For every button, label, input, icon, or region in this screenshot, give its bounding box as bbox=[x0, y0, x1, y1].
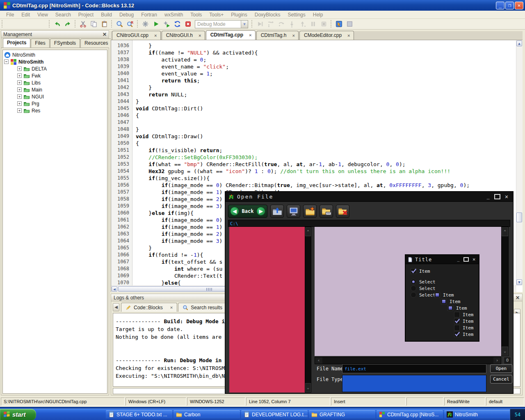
menu-tools[interactable]: Tools bbox=[187, 11, 205, 18]
file-list-hscrollbar[interactable]: ‹ › bbox=[315, 357, 501, 364]
tree-item-res[interactable]: +Res bbox=[4, 107, 107, 114]
scroll-up-icon[interactable]: ⌃ bbox=[305, 227, 311, 236]
build-target-combo[interactable]: Debug Mode▼ bbox=[195, 20, 248, 28]
scroll-left-icon[interactable]: ‹ bbox=[315, 357, 322, 364]
computer-button[interactable] bbox=[287, 205, 300, 218]
checkbox-icon[interactable] bbox=[454, 312, 460, 317]
toggle-icon[interactable] bbox=[447, 305, 453, 311]
forward-arrow-icon[interactable]: ▶ bbox=[256, 207, 265, 216]
dialog-left-panel[interactable] bbox=[229, 227, 305, 393]
tab-fsymbols[interactable]: FSymbols bbox=[50, 39, 80, 48]
file-list-scrollbar[interactable]: ⌃ ⌄ bbox=[501, 227, 509, 356]
address-bar[interactable]: C:\ bbox=[228, 220, 510, 227]
radio-icon[interactable] bbox=[411, 285, 416, 291]
toolbar-grip[interactable] bbox=[74, 20, 77, 28]
editor-tab-cnitrogui.h[interactable]: CNitroGUI.h✕ bbox=[162, 31, 205, 40]
preview-radio-item[interactable]: Select bbox=[411, 279, 436, 285]
tab-close-icon[interactable]: ✕ bbox=[199, 33, 201, 38]
close-button[interactable]: ✕ bbox=[515, 2, 523, 9]
preview-radio-item[interactable]: Select bbox=[411, 292, 436, 298]
checkbox-icon[interactable] bbox=[411, 268, 416, 274]
undo-button[interactable] bbox=[52, 20, 62, 29]
tree-item-ngui[interactable]: +NGUI bbox=[4, 93, 107, 100]
save-button[interactable] bbox=[26, 20, 36, 29]
preview-check-item[interactable]: Item bbox=[454, 312, 474, 317]
menu-project[interactable]: Project bbox=[75, 11, 97, 18]
preview-square-item[interactable]: Item bbox=[434, 292, 454, 298]
redo-button[interactable] bbox=[63, 20, 73, 29]
editor-tab-cnitrogui.cpp[interactable]: CNitroGUI.cpp✕ bbox=[112, 31, 161, 40]
copy-button[interactable] bbox=[89, 20, 98, 29]
preview-radio-item[interactable]: Select bbox=[411, 285, 436, 291]
scroll-down-icon[interactable]: ⌄ bbox=[305, 383, 311, 392]
wxsmith-button[interactable] bbox=[334, 20, 344, 29]
menu-search[interactable]: Search bbox=[52, 11, 75, 18]
restore-button[interactable]: ❐ bbox=[505, 2, 514, 9]
preview-minimize-icon[interactable]: _ bbox=[455, 257, 461, 262]
next-line-button[interactable] bbox=[276, 20, 286, 29]
find-button[interactable] bbox=[114, 20, 124, 29]
menu-settings[interactable]: Settings bbox=[284, 11, 309, 18]
scroll-up-icon[interactable]: ⌃ bbox=[502, 227, 508, 236]
block-button[interactable] bbox=[345, 20, 354, 29]
expand-icon[interactable]: + bbox=[17, 80, 22, 85]
scroll-right-icon[interactable]: › bbox=[493, 357, 501, 364]
folder-new-button[interactable] bbox=[303, 205, 317, 218]
taskbar-button-carbon[interactable]: Carbon bbox=[173, 410, 240, 419]
checkbox-icon[interactable] bbox=[454, 331, 460, 337]
toolbar-grip[interactable] bbox=[330, 20, 333, 28]
debug-continue-button[interactable] bbox=[255, 20, 265, 29]
abort-button[interactable] bbox=[183, 20, 193, 29]
replace-button[interactable]: R bbox=[125, 20, 135, 29]
tree-item-nitrosmith[interactable]: −NitroSmith bbox=[4, 58, 107, 65]
pause-button[interactable] bbox=[308, 20, 318, 29]
toolbar-grip[interactable] bbox=[110, 20, 113, 28]
scroll-down-icon[interactable]: ⌄ bbox=[502, 347, 508, 356]
menu-help[interactable]: Help bbox=[309, 11, 327, 18]
menu-edit[interactable]: Edit bbox=[18, 11, 34, 18]
save-all-button[interactable] bbox=[37, 20, 47, 29]
tab-resources[interactable]: Resources bbox=[80, 39, 112, 48]
vscroll-thumb[interactable] bbox=[516, 212, 522, 222]
up-folder-button[interactable] bbox=[270, 205, 284, 218]
minimize-button[interactable]: _ bbox=[496, 2, 504, 9]
tab-files[interactable]: Files bbox=[31, 39, 49, 48]
taskbar-button-cdtmltag-cpp-nitros[interactable]: CDtmlTag.cpp [NitroS... bbox=[377, 410, 443, 419]
open-button[interactable]: Open bbox=[490, 364, 512, 373]
rebuild-button[interactable] bbox=[172, 20, 182, 29]
preview-check-item[interactable]: Item bbox=[411, 268, 430, 274]
preview-check-item[interactable]: Item bbox=[454, 331, 474, 337]
menu-file[interactable]: File bbox=[2, 11, 18, 18]
run-button[interactable] bbox=[151, 20, 161, 29]
logs-close-icon[interactable]: ✕ bbox=[516, 295, 520, 301]
toolbar-grip[interactable] bbox=[1, 20, 4, 28]
dialog-minimize-icon[interactable]: _ bbox=[484, 194, 492, 200]
tree-item-prg[interactable]: +Prg bbox=[4, 100, 107, 107]
file-type-dropdown[interactable] bbox=[342, 375, 486, 392]
preview-check-item[interactable]: Item bbox=[454, 325, 474, 331]
preview-close-icon[interactable]: ✕ bbox=[471, 257, 477, 262]
expand-icon[interactable]: + bbox=[17, 66, 22, 71]
build-run-button[interactable] bbox=[162, 20, 171, 29]
tree-item-fwk[interactable]: +Fwk bbox=[4, 72, 107, 79]
logs-tab-scroll-left[interactable]: ◀ bbox=[113, 303, 119, 311]
start-button[interactable]: start bbox=[0, 409, 36, 420]
dialog-close-icon[interactable]: ✕ bbox=[503, 194, 510, 200]
back-arrow-icon[interactable]: ◀ bbox=[230, 207, 239, 216]
folder-rename-button[interactable] bbox=[320, 205, 333, 218]
toolbar-grip[interactable] bbox=[48, 20, 51, 28]
menu-wxsmith[interactable]: wxSmith bbox=[161, 11, 187, 18]
preview-check-item[interactable]: Item bbox=[454, 318, 474, 324]
radio-icon[interactable] bbox=[411, 292, 416, 298]
log-tab-code-blocks[interactable]: Code::Blocks✕ bbox=[121, 303, 177, 312]
management-close-icon[interactable]: ✕ bbox=[103, 32, 107, 37]
expand-icon[interactable]: + bbox=[17, 101, 22, 106]
back-button[interactable]: ◀ Back ▶ bbox=[228, 205, 267, 218]
stop-debugger-button[interactable] bbox=[319, 20, 329, 29]
step-into-button[interactable] bbox=[287, 20, 297, 29]
run-to-cursor-button[interactable] bbox=[265, 20, 275, 29]
cancel-button[interactable]: Cancel bbox=[490, 375, 512, 383]
menu-debug[interactable]: Debug bbox=[116, 11, 137, 18]
preview-titlebar[interactable]: Title _ ✕ bbox=[406, 255, 479, 264]
preview-square-item[interactable]: Item bbox=[447, 305, 467, 311]
